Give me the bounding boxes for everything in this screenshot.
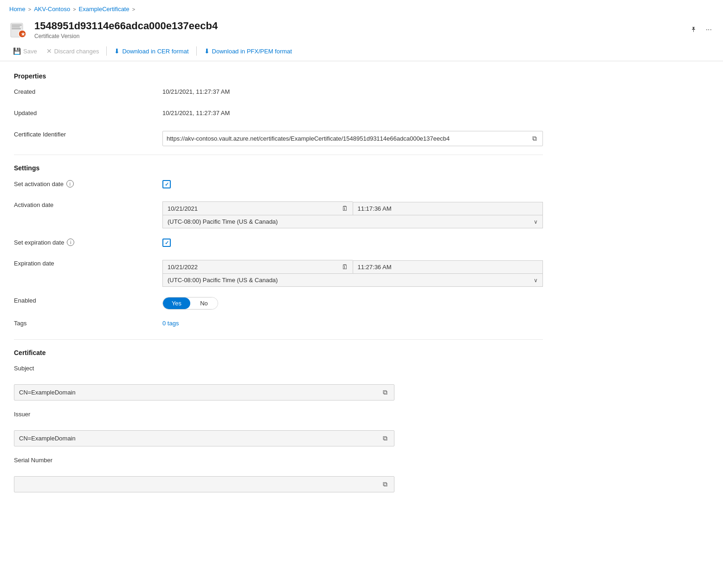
serial-number-copy-button[interactable]: ⧉ bbox=[381, 479, 389, 489]
activation-date-field[interactable] bbox=[168, 205, 339, 212]
serial-number-field-container: ⧉ bbox=[14, 476, 394, 492]
activation-date-inputs: 🗓 11:17:36 AM (UTC-08:00) Pacific Time (… bbox=[162, 200, 543, 228]
breadcrumb: Home > AKV-Contoso > ExampleCertificate … bbox=[0, 0, 723, 16]
issuer-field-container: CN=ExampleDomain ⧉ bbox=[14, 430, 394, 446]
toggle-yes-option[interactable]: Yes bbox=[163, 297, 190, 309]
expiration-time-input: 11:27:36 AM bbox=[353, 260, 543, 274]
issuer-value: CN=ExampleDomain bbox=[19, 435, 381, 442]
expiration-date-input: 🗓 bbox=[162, 260, 353, 274]
page-subtitle: Certificate Version bbox=[34, 33, 682, 39]
certificate-section-label: Certificate bbox=[14, 349, 543, 356]
identifier-copy-button[interactable]: ⧉ bbox=[530, 134, 539, 143]
tags-link[interactable]: 0 tags bbox=[162, 320, 179, 327]
download-cer-icon: ⬇ bbox=[114, 47, 120, 55]
toolbar-sep-2 bbox=[196, 46, 197, 56]
breadcrumb-sep-2: > bbox=[73, 6, 76, 12]
subject-field: CN=ExampleDomain ⧉ bbox=[14, 384, 394, 401]
svg-text:★: ★ bbox=[21, 32, 26, 37]
issuer-copy-button[interactable]: ⧉ bbox=[381, 433, 389, 443]
cert-identifier-label: Certificate Identifier bbox=[14, 129, 162, 138]
activation-info-icon[interactable]: i bbox=[66, 180, 74, 187]
tags-value: 0 tags bbox=[162, 318, 543, 327]
page-header: ★ 1548951d93114e66adca000e137eecb4 Certi… bbox=[0, 16, 723, 41]
properties-section-label: Properties bbox=[14, 72, 543, 80]
expiration-info-icon[interactable]: i bbox=[67, 239, 74, 246]
issuer-field: CN=ExampleDomain ⧉ bbox=[14, 430, 394, 446]
more-button[interactable]: ··· bbox=[704, 24, 714, 36]
save-label: Save bbox=[23, 48, 37, 55]
download-pfx-button[interactable]: ⬇ Download in PFX/PEM format bbox=[200, 45, 296, 57]
expiration-date-toggle-row: Set expiration date i bbox=[14, 237, 543, 250]
activation-date-checkbox[interactable] bbox=[162, 180, 171, 188]
cert-identifier-value-area: ⧉ bbox=[162, 129, 543, 146]
activation-date-input: 🗓 bbox=[162, 201, 353, 215]
download-cer-label: Download in CER format bbox=[122, 48, 188, 55]
toolbar: 💾 Save ✕ Discard changes ⬇ Download in C… bbox=[0, 41, 723, 61]
enabled-toggle: Yes No bbox=[162, 295, 543, 310]
enabled-label: Enabled bbox=[14, 295, 162, 304]
discard-icon: ✕ bbox=[46, 47, 52, 55]
svg-rect-1 bbox=[12, 25, 22, 26]
updated-value: 10/21/2021, 11:27:37 AM bbox=[162, 108, 543, 116]
serial-number-label: Serial Number bbox=[14, 455, 162, 464]
activation-calendar-icon[interactable]: 🗓 bbox=[342, 205, 348, 212]
created-value: 10/21/2021, 11:27:37 AM bbox=[162, 86, 543, 95]
expiration-date-checkbox[interactable] bbox=[162, 239, 171, 247]
expiration-date-toggle-value bbox=[162, 237, 543, 247]
settings-section-label: Settings bbox=[14, 164, 543, 172]
activation-date-label: Activation date bbox=[14, 200, 162, 208]
cert-identifier-row: Certificate Identifier ⧉ bbox=[14, 129, 543, 146]
serial-number-field: ⧉ bbox=[14, 476, 394, 492]
svg-rect-2 bbox=[12, 26, 20, 27]
identifier-box: ⧉ bbox=[162, 131, 543, 146]
breadcrumb-akv[interactable]: AKV-Contoso bbox=[34, 6, 70, 13]
page-title: 1548951d93114e66adca000e137eecb4 bbox=[34, 20, 682, 32]
breadcrumb-cert[interactable]: ExampleCertificate bbox=[79, 6, 129, 13]
activation-date-toggle-row: Set activation date i bbox=[14, 178, 543, 191]
more-icon: ··· bbox=[706, 26, 712, 34]
certificate-divider bbox=[14, 339, 543, 340]
expiration-date-toggle-label: Set expiration date i bbox=[14, 237, 162, 246]
subject-field-container: CN=ExampleDomain ⧉ bbox=[14, 384, 394, 401]
copy-icon: ⧉ bbox=[532, 135, 537, 142]
discard-button[interactable]: ✕ Discard changes bbox=[43, 45, 103, 57]
expiration-timezone-chevron: ∨ bbox=[534, 277, 538, 284]
serial-number-copy-icon: ⧉ bbox=[383, 480, 387, 488]
activation-time-input: 11:17:36 AM bbox=[353, 202, 543, 215]
breadcrumb-home[interactable]: Home bbox=[9, 6, 26, 13]
activation-date-toggle-label: Set activation date i bbox=[14, 178, 162, 187]
save-icon: 💾 bbox=[13, 47, 21, 55]
subject-row: Subject bbox=[14, 363, 543, 376]
identifier-input[interactable] bbox=[167, 135, 530, 142]
subject-copy-icon: ⧉ bbox=[383, 388, 387, 396]
svg-rect-3 bbox=[12, 28, 21, 29]
toggle-no-option[interactable]: No bbox=[190, 297, 218, 309]
breadcrumb-sep-3: > bbox=[132, 6, 135, 12]
serial-number-row: Serial Number bbox=[14, 455, 543, 468]
expiration-date-row: Expiration date 🗓 11:27:36 AM (UTC-08:00… bbox=[14, 258, 543, 287]
activation-timezone-dropdown[interactable]: (UTC-08:00) Pacific Time (US & Canada) ∨ bbox=[162, 215, 543, 228]
expiration-calendar-icon[interactable]: 🗓 bbox=[342, 263, 348, 271]
tags-row: Tags 0 tags bbox=[14, 318, 543, 331]
cert-icon: ★ bbox=[9, 21, 28, 39]
download-pfx-icon: ⬇ bbox=[204, 47, 210, 55]
discard-label: Discard changes bbox=[54, 48, 99, 55]
expiration-date-field[interactable] bbox=[168, 264, 339, 271]
enabled-toggle-control[interactable]: Yes No bbox=[162, 297, 218, 310]
settings-divider bbox=[14, 155, 543, 155]
expiration-date-label: Expiration date bbox=[14, 258, 162, 267]
updated-row: Updated 10/21/2021, 11:27:37 AM bbox=[14, 108, 543, 121]
subject-copy-button[interactable]: ⧉ bbox=[381, 388, 389, 397]
issuer-copy-icon: ⧉ bbox=[383, 434, 387, 442]
expiration-timezone-dropdown[interactable]: (UTC-08:00) Pacific Time (US & Canada) ∨ bbox=[162, 273, 543, 287]
created-row: Created 10/21/2021, 11:27:37 AM bbox=[14, 86, 543, 99]
download-cer-button[interactable]: ⬇ Download in CER format bbox=[110, 45, 192, 57]
save-button[interactable]: 💾 Save bbox=[9, 45, 41, 57]
activation-date-toggle-value bbox=[162, 178, 543, 188]
issuer-label: Issuer bbox=[14, 409, 162, 418]
expiration-time-value: 11:27:36 AM bbox=[358, 264, 392, 271]
pin-button[interactable]: 🖈 bbox=[688, 24, 699, 36]
breadcrumb-sep-1: > bbox=[28, 6, 31, 12]
subject-value: CN=ExampleDomain bbox=[19, 389, 381, 396]
expiration-date-time-row: 🗓 11:27:36 AM bbox=[162, 260, 543, 274]
